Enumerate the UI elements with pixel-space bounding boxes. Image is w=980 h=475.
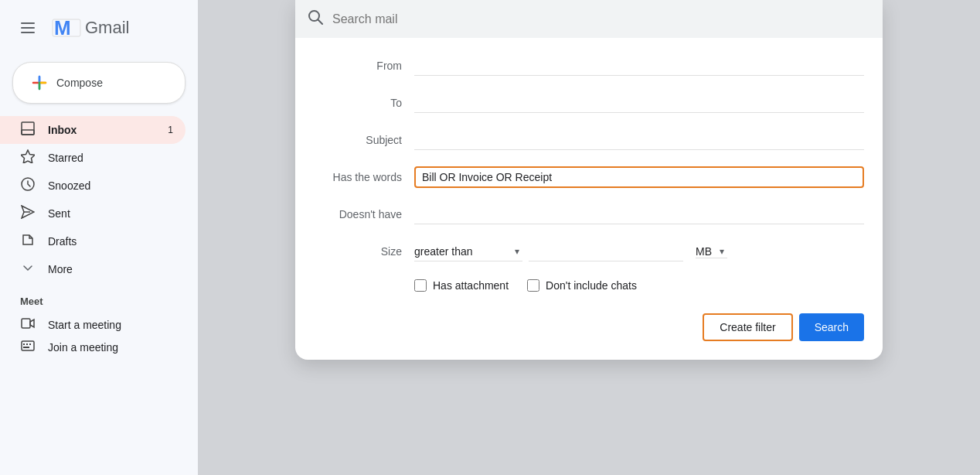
search-input[interactable] xyxy=(332,12,870,26)
svg-line-24 xyxy=(318,20,323,25)
sidebar-item-drafts[interactable]: Drafts xyxy=(0,227,185,255)
sidebar-header: M Gmail xyxy=(0,6,198,56)
sidebar-item-start-meeting[interactable]: Start a meeting xyxy=(20,313,185,336)
from-row: From xyxy=(314,50,864,81)
svg-rect-17 xyxy=(22,319,30,328)
from-input[interactable] xyxy=(414,56,864,76)
search-icon xyxy=(308,9,323,29)
svg-rect-1 xyxy=(21,27,35,29)
main-content: From To Subject Has the words Doesn't ha xyxy=(198,0,980,475)
svg-rect-21 xyxy=(29,343,31,345)
svg-marker-13 xyxy=(21,150,35,163)
has-words-row: Has the words xyxy=(314,162,864,193)
doesnt-have-label: Doesn't have xyxy=(314,208,414,220)
menu-icon[interactable] xyxy=(12,12,43,43)
subject-input[interactable] xyxy=(414,131,864,150)
dont-include-chats-label: Don't include chats xyxy=(546,279,637,292)
svg-rect-19 xyxy=(23,343,25,345)
checkbox-row: Has attachment Don't include chats xyxy=(314,273,864,304)
snoozed-icon xyxy=(20,177,36,195)
sidebar-item-snoozed[interactable]: Snoozed xyxy=(0,172,185,200)
meet-title: Meet xyxy=(20,296,185,313)
has-attachment-checkbox[interactable] xyxy=(414,279,427,292)
gmail-logo-text: Gmail xyxy=(85,18,129,38)
sidebar: M Gmail Compose Inbox 1 xyxy=(0,0,198,475)
sent-label: Sent xyxy=(48,207,173,220)
svg-rect-2 xyxy=(21,32,35,33)
size-label: Size xyxy=(314,245,414,258)
snoozed-label: Snoozed xyxy=(48,179,173,192)
sidebar-item-starred[interactable]: Starred xyxy=(0,144,185,172)
compose-plus-icon xyxy=(32,75,47,91)
dont-include-chats-checkbox-item[interactable]: Don't include chats xyxy=(527,279,637,292)
starred-label: Starred xyxy=(48,152,173,164)
to-row: To xyxy=(314,87,864,118)
to-label: To xyxy=(314,97,414,109)
svg-rect-12 xyxy=(22,130,34,135)
search-container: From To Subject Has the words Doesn't ha xyxy=(295,0,883,360)
subject-row: Subject xyxy=(314,125,864,155)
inbox-label: Inbox xyxy=(48,124,155,136)
sidebar-item-join-meeting[interactable]: Join a meeting xyxy=(20,336,185,358)
size-comparison-wrapper: greater than less than xyxy=(414,242,522,261)
size-number-input[interactable] xyxy=(529,242,683,261)
doesnt-have-row: Doesn't have xyxy=(314,199,864,230)
sidebar-item-more[interactable]: More xyxy=(0,255,185,283)
compose-button[interactable]: Compose xyxy=(12,62,185,104)
inbox-badge: 1 xyxy=(168,125,173,135)
meet-section: Meet Start a meeting Join a meet xyxy=(0,283,198,358)
has-attachment-label: Has attachment xyxy=(433,279,509,292)
create-filter-button[interactable]: Create filter xyxy=(703,313,792,341)
video-camera-icon xyxy=(20,316,36,333)
gmail-logo-m-icon: M xyxy=(51,16,82,39)
search-bar xyxy=(295,0,883,38)
start-meeting-label: Start a meeting xyxy=(48,319,185,331)
size-row: Size greater than less than MB xyxy=(314,236,864,267)
join-meeting-label: Join a meeting xyxy=(48,341,185,354)
keyboard-icon xyxy=(20,339,36,355)
sidebar-item-inbox[interactable]: Inbox 1 xyxy=(0,116,185,144)
compose-label: Compose xyxy=(56,77,103,89)
inbox-icon xyxy=(20,121,36,139)
action-row: Create filter Search xyxy=(314,307,864,341)
svg-rect-0 xyxy=(21,22,35,24)
search-button[interactable]: Search xyxy=(799,313,864,341)
subject-label: Subject xyxy=(314,134,414,146)
more-label: More xyxy=(48,263,173,275)
size-controls: greater than less than MB KB GB xyxy=(414,242,864,261)
svg-rect-22 xyxy=(23,347,29,348)
drafts-icon xyxy=(20,233,36,251)
dont-include-chats-checkbox[interactable] xyxy=(527,279,539,292)
drafts-label: Drafts xyxy=(48,235,173,248)
has-words-input[interactable] xyxy=(414,166,864,188)
svg-rect-20 xyxy=(26,343,28,345)
sent-icon xyxy=(20,205,36,223)
doesnt-have-input[interactable] xyxy=(414,205,864,224)
size-unit-select[interactable]: MB KB GB xyxy=(696,245,727,258)
has-attachment-checkbox-item[interactable]: Has attachment xyxy=(414,279,509,292)
to-input[interactable] xyxy=(414,94,864,113)
size-unit-wrapper: MB KB GB xyxy=(696,245,727,258)
search-overlay: From To Subject Has the words Doesn't ha xyxy=(198,0,980,475)
has-words-label: Has the words xyxy=(314,171,414,183)
star-icon xyxy=(20,149,36,167)
sidebar-item-sent[interactable]: Sent xyxy=(0,200,185,227)
from-label: From xyxy=(314,60,414,72)
search-form: From To Subject Has the words Doesn't ha xyxy=(295,38,883,360)
svg-rect-11 xyxy=(22,122,34,135)
gmail-logo: M Gmail xyxy=(51,16,129,39)
chevron-down-icon xyxy=(20,262,36,277)
svg-text:M: M xyxy=(54,16,71,39)
size-comparison-select[interactable]: greater than less than xyxy=(414,242,522,261)
svg-rect-18 xyxy=(22,341,34,350)
